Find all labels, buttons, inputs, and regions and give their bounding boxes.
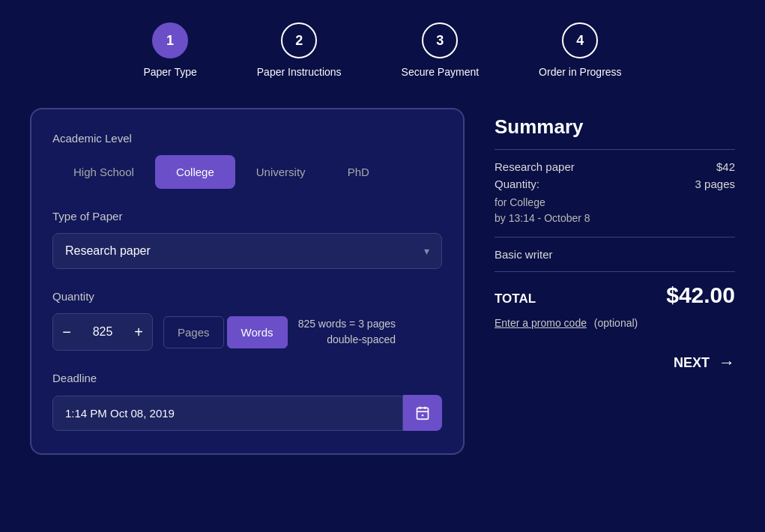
main-layout: Academic Level High School College Unive… — [0, 93, 765, 477]
step-2-circle: 2 — [281, 22, 317, 58]
summary-divider-3 — [495, 271, 735, 272]
step-2-label: Paper Instructions — [257, 66, 342, 78]
summary-panel: Summary Research paper $42 Quantity: 3 p… — [487, 108, 735, 378]
qty-desc-line1: 825 words = 3 pages — [298, 316, 396, 332]
summary-total-label: TOTAL — [495, 291, 536, 306]
acad-phd[interactable]: PhD — [327, 155, 390, 189]
calendar-icon — [415, 405, 430, 420]
academic-level-buttons: High School College University PhD — [52, 155, 442, 189]
summary-paper-label: Research paper — [495, 160, 575, 173]
summary-title: Summary — [495, 115, 735, 139]
summary-divider-2 — [495, 237, 735, 238]
summary-sub-line1: for College — [495, 195, 735, 211]
academic-level-label: Academic Level — [52, 132, 442, 145]
arrow-right-icon: → — [719, 353, 735, 372]
summary-quantity-label: Quantity: — [495, 178, 539, 190]
summary-total-value: $42.00 — [666, 282, 735, 308]
svg-point-4 — [422, 414, 424, 417]
step-4[interactable]: 4 Order in Progress — [539, 22, 621, 78]
next-label: NEXT — [674, 355, 710, 371]
summary-sub-line2: by 13:14 - October 8 — [495, 211, 735, 226]
promo-row: Enter a promo code (optional) — [495, 317, 735, 329]
svg-rect-0 — [417, 408, 429, 419]
unit-toggle: Pages Words — [163, 316, 288, 348]
quantity-description: 825 words = 3 pages double-spaced — [298, 316, 396, 348]
calendar-icon-button[interactable] — [403, 395, 442, 431]
quantity-control: − 825 + — [52, 313, 153, 351]
step-3-label: Secure Payment — [402, 66, 480, 78]
step-1[interactable]: 1 Paper Type — [143, 22, 196, 78]
summary-writer: Basic writer — [495, 248, 735, 261]
step-1-circle: 1 — [152, 22, 188, 58]
quantity-increase-button[interactable]: + — [125, 314, 152, 350]
summary-quantity-row: Quantity: 3 pages — [495, 178, 735, 190]
acad-college[interactable]: College — [155, 155, 235, 189]
quantity-decrease-button[interactable]: − — [53, 314, 80, 350]
deadline-label: Deadline — [52, 372, 442, 384]
step-2[interactable]: 2 Paper Instructions — [257, 22, 342, 78]
promo-code-link[interactable]: Enter a promo code — [495, 317, 587, 329]
step-3[interactable]: 3 Secure Payment — [402, 22, 480, 78]
summary-divider-1 — [495, 149, 735, 150]
quantity-value: 825 — [80, 325, 125, 339]
summary-sub: for College by 13:14 - October 8 — [495, 195, 735, 226]
deadline-input[interactable]: 1:14 PM Oct 08, 2019 — [52, 396, 403, 431]
paper-type-dropdown[interactable]: Research paper ▾ — [52, 233, 442, 269]
next-button[interactable]: NEXT → — [674, 347, 735, 378]
summary-quantity-value: 3 pages — [695, 178, 735, 190]
type-of-paper-label: Type of Paper — [52, 210, 442, 223]
step-4-label: Order in Progress — [539, 66, 621, 78]
chevron-down-icon: ▾ — [424, 245, 429, 257]
qty-desc-line2: double-spaced — [298, 332, 396, 348]
acad-high-school[interactable]: High School — [52, 155, 155, 189]
paper-type-value: Research paper — [65, 244, 151, 258]
quantity-label: Quantity — [52, 290, 442, 303]
acad-university[interactable]: University — [235, 155, 327, 189]
summary-paper-price: $42 — [716, 160, 735, 173]
unit-words-button[interactable]: Words — [227, 316, 288, 348]
step-3-circle: 3 — [422, 22, 458, 58]
form-card: Academic Level High School College Unive… — [30, 108, 465, 455]
promo-optional: (optional) — [594, 317, 638, 329]
unit-pages-button[interactable]: Pages — [163, 316, 224, 348]
deadline-row: 1:14 PM Oct 08, 2019 — [52, 395, 442, 431]
quantity-row: − 825 + Pages Words 825 words = 3 pages … — [52, 313, 442, 351]
stepper: 1 Paper Type 2 Paper Instructions 3 Secu… — [0, 0, 765, 93]
step-1-label: Paper Type — [143, 66, 196, 78]
step-4-circle: 4 — [562, 22, 598, 58]
summary-total-row: TOTAL $42.00 — [495, 282, 735, 308]
summary-paper-row: Research paper $42 — [495, 160, 735, 173]
